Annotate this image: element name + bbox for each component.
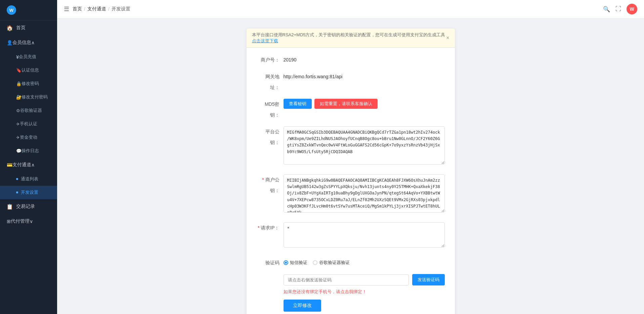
sidebar-logo: W: [0, 0, 57, 20]
verify-label: 验证码: [257, 257, 284, 268]
platform-key-value: MIGfMA0GCSqGSIb3DQEBAQUAA4GNADCBiQKBgQCd…: [284, 126, 445, 168]
sidebar-item-label: 会员信息: [12, 40, 31, 46]
verify-row: 验证码 短信验证 谷歌验证器验证: [257, 257, 445, 268]
gateway-row: 网关地址： http://emo.fortis.wang:81/api: [257, 71, 445, 93]
sidebar-item-change-password[interactable]: 🔒 修改密码: [0, 77, 57, 90]
dot-icon: [16, 178, 18, 180]
verify-input-row: 发送验证码: [284, 274, 445, 285]
md5-label: MD5密钥：: [257, 99, 284, 120]
merchant-key-label: 商户公钥：: [257, 174, 284, 196]
request-ip-row: 请求IP： *: [257, 222, 445, 252]
form-notice: 本平台接口使用RSA2+MD5方式，关于密钥的相关验证的配置，您可在生成可使用支…: [247, 29, 455, 48]
submit-row: 立即修改: [284, 300, 445, 312]
breadcrumb-channel[interactable]: 支付通道: [87, 6, 106, 12]
gear-icon: ⚙: [16, 108, 20, 113]
phone-icon: ✈: [16, 122, 20, 127]
breadcrumb-current: 开发设置: [112, 6, 130, 12]
log-icon: 💬: [16, 148, 22, 153]
sms-radio-label: 短信验证: [290, 257, 307, 268]
sidebar-item-label: 认证信息: [22, 67, 39, 73]
verify-code-input[interactable]: [284, 274, 409, 285]
sms-radio-dot: [284, 260, 288, 265]
platform-key-label: 平台公钥：: [257, 126, 284, 148]
fullscreen-icon[interactable]: ⛶: [615, 6, 621, 12]
merchant-no-row: 商户号： 20190: [257, 54, 445, 65]
sidebar-item-label: 代付管理: [11, 218, 30, 224]
verify-options: 短信验证 谷歌验证器验证: [284, 257, 445, 268]
lock-icon: 🔒: [16, 81, 22, 86]
notice-link[interactable]: 点击这里下载: [252, 38, 278, 43]
yen-icon: ¥: [16, 54, 19, 60]
sidebar-item-operation-log[interactable]: 💬 操作日志: [0, 144, 57, 158]
google-radio-dot: [313, 260, 317, 265]
notice-close-button[interactable]: ×: [446, 35, 449, 41]
breadcrumb-home[interactable]: 首页: [73, 6, 82, 12]
sidebar: W 🏠 首页 👤 会员信息 ∧ ¥ 会员充值 🔖 认证信息 🔒 修改密码 🔐 修…: [0, 0, 57, 314]
logo-icon: W: [7, 5, 16, 15]
sidebar-item-dev-settings[interactable]: 开发设置: [0, 186, 57, 199]
verify-sms-radio[interactable]: 短信验证: [284, 257, 307, 268]
notice-text: 本平台接口使用RSA2+MD5方式，关于密钥的相关验证的配置，您可在生成可使用支…: [252, 32, 446, 44]
menu-icon[interactable]: ☰: [64, 5, 69, 13]
sidebar-item-channel-list[interactable]: 通道列表: [0, 172, 57, 186]
submit-button[interactable]: 立即修改: [284, 300, 321, 312]
sidebar-item-payment-channel[interactable]: 💳 支付通道 ∧: [0, 158, 57, 172]
merchant-no-value: 20190: [284, 54, 445, 65]
sidebar-item-label: 手机认证: [20, 121, 37, 127]
sidebar-item-label: 资金变动: [20, 134, 37, 140]
sidebar-item-home[interactable]: 🏠 首页: [0, 20, 57, 35]
sidebar-item-agent-manage[interactable]: ⊞ 代付管理 ∨: [0, 214, 57, 229]
chevron-down-icon: ∨: [30, 219, 33, 224]
view-secret-button[interactable]: 查看秘钥: [284, 99, 312, 109]
chevron-up-icon: ∧: [31, 40, 35, 45]
record-icon: 📋: [7, 204, 13, 210]
md5-value: 查看秘钥 如需重置，请联系客服确认: [284, 99, 445, 109]
sidebar-item-label: 交易记录: [16, 204, 50, 210]
platform-key-row: 平台公钥： MIGfMA0GCSqGSIb3DQEBAQUAA4GNADCBiQ…: [257, 126, 445, 168]
send-code-button[interactable]: 发送验证码: [412, 274, 445, 285]
sidebar-item-label: 开发设置: [21, 189, 38, 195]
chevron-up-icon: ∧: [31, 162, 35, 168]
topbar-left: ☰ 首页 / 支付通道 / 开发设置: [64, 5, 130, 13]
sidebar-item-label: 支付通道: [12, 162, 31, 168]
sidebar-item-member-info[interactable]: 👤 会员信息 ∧: [0, 35, 57, 50]
card-icon: 💳: [7, 162, 12, 168]
merchant-no-label: 商户号：: [257, 54, 284, 65]
sidebar-item-phone-auth[interactable]: ✈ 手机认证: [0, 117, 57, 131]
bind-tip: 如果您还没有绑定手机号，请点击我绑定！: [284, 289, 445, 295]
form-body: 商户号： 20190 网关地址： http://emo.fortis.wang:…: [247, 48, 455, 314]
home-icon: 🏠: [7, 25, 13, 31]
request-ip-label: 请求IP：: [257, 222, 284, 233]
sidebar-item-change-pay-password[interactable]: 🔐 修改支付密码: [0, 90, 57, 104]
sidebar-item-fund-changes[interactable]: ✈ 资金变动: [0, 131, 57, 144]
sidebar-item-member-recharge[interactable]: ¥ 会员充值: [0, 50, 57, 63]
google-radio-label: 谷歌验证器验证: [319, 257, 350, 268]
sidebar-item-label: 操作日志: [22, 148, 39, 154]
grid-icon: ⊞: [7, 219, 11, 224]
merchant-key-textarea[interactable]: MIIBIjANBgkqhkiG9w0BAQEFAAOCAQ8AMIIBCgKC…: [284, 174, 445, 213]
form-card: 本平台接口使用RSA2+MD5方式，关于密钥的相关验证的配置，您可在生成可使用支…: [247, 29, 455, 314]
request-ip-textarea[interactable]: *: [284, 222, 445, 248]
avatar[interactable]: W: [627, 4, 637, 14]
search-icon[interactable]: 🔍: [603, 6, 610, 13]
sidebar-item-label: 会员充值: [19, 54, 36, 60]
sidebar-item-label: 通道列表: [21, 176, 38, 182]
sidebar-item-auth-info[interactable]: 🔖 认证信息: [0, 63, 57, 77]
user-icon: 👤: [7, 40, 12, 45]
sidebar-item-google-auth[interactable]: ⚙ 谷歌验证器: [0, 104, 57, 117]
sidebar-item-label: 首页: [16, 25, 50, 31]
sidebar-item-transaction-record[interactable]: 📋 交易记录: [0, 199, 57, 214]
dot-icon: [16, 191, 18, 193]
platform-key-textarea[interactable]: MIGfMA0GCSqGSIb3DQEBAQUAA4GNADCBiQKBgQCd…: [284, 126, 445, 165]
merchant-key-row: 商户公钥： MIIBIjANBgkqhkiG9w0BAQEFAAOCAQ8AMI…: [257, 174, 445, 216]
breadcrumb: 首页 / 支付通道 / 开发设置: [73, 6, 130, 12]
gateway-value: http://emo.fortis.wang:81/api: [284, 71, 445, 82]
request-ip-value: *: [284, 222, 445, 252]
tag-icon: 🔖: [16, 68, 22, 73]
lock2-icon: 🔐: [16, 95, 22, 100]
reset-warning-button[interactable]: 如需重置，请联系客服确认: [314, 99, 378, 109]
sidebar-item-label: 谷歌验证器: [20, 107, 42, 114]
merchant-key-value: MIIBIjANBgkqhkiG9w0BAQEFAAOCAQ8AMIIBCgKC…: [284, 174, 445, 216]
verify-google-radio[interactable]: 谷歌验证器验证: [313, 257, 350, 268]
sidebar-item-label: 修改密码: [22, 81, 39, 87]
